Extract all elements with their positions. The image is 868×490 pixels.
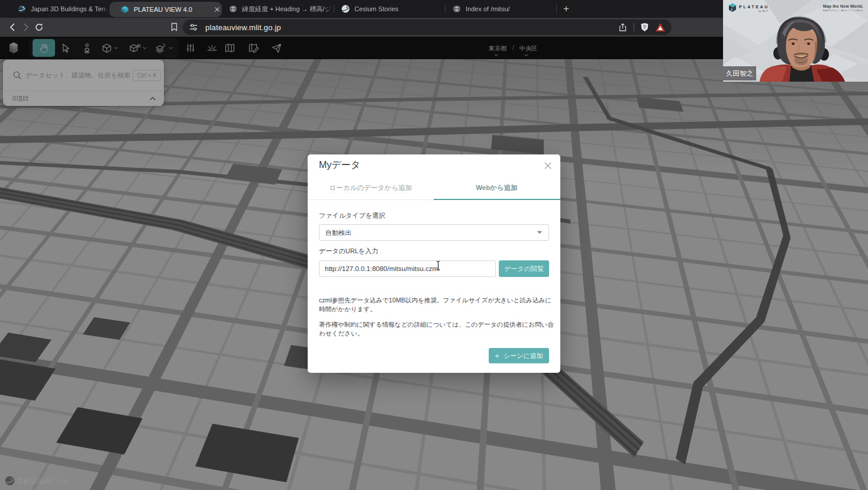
extension-warning-icon[interactable] bbox=[655, 22, 666, 32]
tab-title: PLATEAU VIEW 4.0 bbox=[134, 6, 208, 13]
share-icon[interactable] bbox=[618, 22, 628, 33]
site-settings-icon[interactable] bbox=[189, 22, 198, 32]
eye-left bbox=[792, 43, 795, 45]
tab-lat-lon-heading[interactable]: 緯度経度 + Heading → 標高/ジオイド bbox=[223, 0, 333, 18]
plus-icon: + bbox=[495, 352, 499, 360]
add-to-scene-button[interactable]: + シーンに追加 bbox=[489, 348, 549, 363]
globe-icon bbox=[453, 5, 461, 13]
tab-separator bbox=[556, 5, 557, 13]
close-icon[interactable] bbox=[544, 162, 552, 170]
file-type-select[interactable]: 自動検出 bbox=[319, 224, 549, 241]
back-button-icon[interactable] bbox=[7, 22, 18, 33]
tab-index-of-mitsu[interactable]: Index of /mitsu/ bbox=[446, 0, 556, 18]
plateau-brand-subtext: by MLIT bbox=[759, 10, 769, 12]
speaker-name-label: 久田智之 bbox=[723, 66, 756, 80]
file-type-value: 自動検出 bbox=[325, 228, 537, 237]
new-tab-button[interactable]: + bbox=[560, 2, 573, 15]
dialog-title: Myデータ bbox=[319, 159, 360, 172]
text-cursor-pointer bbox=[435, 260, 441, 270]
dialog-tab-bar: ローカルのデータから追加 Webから追加 bbox=[308, 175, 560, 200]
file-type-label: ファイルタイプを選択 bbox=[319, 211, 385, 220]
forward-button-icon[interactable] bbox=[21, 22, 31, 33]
url-text[interactable]: plateauview.mlit.go.jp bbox=[205, 23, 281, 32]
screen: Japan 3D Buildings & Terrain – Ce PLATEA… bbox=[0, 0, 868, 490]
data-url-value: http://127.0.0.1:8080/mitsu/mitsu.czml bbox=[325, 265, 440, 272]
cesium-logo-icon bbox=[341, 5, 350, 13]
data-url-input[interactable]: http://127.0.0.1:8080/mitsu/mitsu.czml bbox=[319, 260, 496, 277]
tagline-subtext: 3D都市モデルで、都市のミライが変わる bbox=[822, 9, 863, 12]
data-url-label: データのURLを入力 bbox=[319, 247, 378, 256]
speaker-name: 久田智之 bbox=[726, 69, 753, 78]
plateau-brand-text: PLATEAU bbox=[739, 5, 769, 9]
active-tab-underline bbox=[434, 199, 560, 200]
plateau-favicon-icon bbox=[121, 5, 129, 14]
tab-separator bbox=[334, 5, 334, 13]
tab-title: 緯度経度 + Heading → 標高/ジオイド bbox=[242, 5, 333, 14]
globe-icon bbox=[229, 5, 237, 13]
copyright-note: 著作権や制約に関する情報などの詳細については、このデータの提供者にお問い合わせく… bbox=[319, 320, 554, 337]
bookmark-icon[interactable] bbox=[169, 22, 179, 32]
my-data-dialog: Myデータ ローカルのデータから追加 Webから追加 ファイルタイプを選択 自動… bbox=[308, 154, 560, 373]
browse-data-button[interactable]: データの閲覧 bbox=[499, 260, 549, 277]
tab-plateau-view-active[interactable]: PLATEAU VIEW 4.0 bbox=[109, 2, 222, 17]
tab-add-from-local[interactable]: ローカルのデータから追加 bbox=[308, 175, 434, 200]
eye-right bbox=[807, 43, 810, 45]
icon-divider bbox=[634, 23, 634, 31]
tagline-text: Map the New World. bbox=[823, 4, 863, 8]
tab-title: Cesium Stories bbox=[354, 5, 444, 12]
brave-shield-icon[interactable] bbox=[640, 22, 649, 32]
tab-title: Index of /mitsu/ bbox=[466, 5, 556, 12]
tab-close-icon[interactable] bbox=[212, 5, 222, 14]
add-to-scene-label: シーンに追加 bbox=[504, 352, 543, 360]
reload-button-icon[interactable] bbox=[34, 22, 44, 33]
tab-title: Japan 3D Buildings & Terrain – Ce bbox=[31, 5, 109, 12]
tab-japan-3d-buildings[interactable]: Japan 3D Buildings & Terrain – Ce bbox=[6, 0, 109, 18]
url-bar[interactable]: plateauview.mlit.go.jp bbox=[183, 20, 672, 35]
size-recommendation-note: czml参照先データ込みで10MB以内を推奨。ファイルサイズが大きいと読み込みに… bbox=[319, 296, 554, 313]
webcam-overlay: PLATEAU by MLIT Map the New World. 3D都市モ… bbox=[723, 0, 868, 82]
cesium-logo-icon bbox=[18, 5, 26, 13]
tab-separator bbox=[445, 5, 446, 13]
tab-cesium-stories[interactable]: Cesium Stories bbox=[334, 0, 444, 18]
tab-add-from-web[interactable]: Webから追加 bbox=[434, 175, 560, 200]
select-caret-icon bbox=[537, 231, 543, 234]
